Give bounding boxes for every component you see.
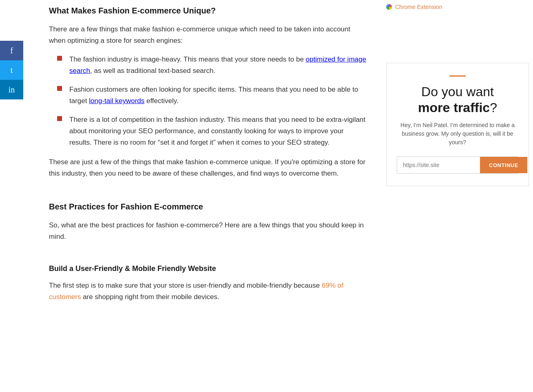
widget-form: CONTINUE — [397, 156, 518, 174]
image-search-link[interactable]: optimized for image search — [69, 55, 366, 75]
chrome-extension-link[interactable]: Chrome Extension — [386, 0, 529, 14]
continue-button[interactable]: CONTINUE — [480, 157, 527, 173]
section2-intro: So, what are the best practices for fash… — [49, 220, 367, 242]
linkedin-icon: in — [9, 83, 15, 96]
section-best-practices: Best Practices for Fashion E-commerce So… — [49, 196, 367, 242]
bullet-icon — [57, 116, 62, 121]
facebook-button[interactable]: f — [0, 41, 23, 60]
bullet-text-3: There is a lot of competition in the fas… — [69, 114, 367, 148]
widget-title: Do you want more traffic? — [397, 84, 518, 115]
section3-text-before: The first step is to make sure that your… — [49, 282, 322, 289]
bullet-text-1: The fashion industry is image-heavy. Thi… — [69, 54, 367, 77]
section1-title: What Makes Fashion E-commerce Unique? — [49, 4, 367, 17]
widget-title-bold: more traffic — [418, 100, 490, 115]
section3-intro: The first step is to make sure that your… — [49, 280, 367, 303]
twitter-icon: t — [11, 64, 13, 77]
list-item: Fashion customers are often looking for … — [57, 84, 367, 107]
section2-title: Best Practices for Fashion E-commerce — [49, 200, 367, 213]
section3-text-after: are shopping right from their mobile dev… — [81, 293, 219, 301]
chrome-extension-label: Chrome Extension — [395, 2, 442, 11]
linkedin-button[interactable]: in — [0, 80, 23, 99]
list-item: The fashion industry is image-heavy. Thi… — [57, 54, 367, 77]
bullet-icon — [57, 56, 62, 61]
bullet-text-2: Fashion customers are often looking for … — [69, 84, 367, 107]
twitter-button[interactable]: t — [0, 60, 23, 80]
chrome-icon — [386, 4, 392, 10]
bullet-icon — [57, 86, 62, 91]
long-tail-keywords-link[interactable]: long-tail keywords — [89, 97, 144, 105]
widget-description: Hey, I’m Neil Patel. I’m determined to m… — [397, 121, 518, 147]
widget-title-line1: Do you want — [421, 84, 494, 99]
section-unique: What Makes Fashion E-commerce Unique? Th… — [49, 0, 367, 180]
traffic-widget: Do you want more traffic? Hey, I’m Neil … — [386, 63, 529, 186]
facebook-icon: f — [10, 44, 13, 57]
social-sidebar: f t in — [0, 41, 23, 99]
section-mobile-friendly: Build a User-Friendly & Mobile Friendly … — [49, 259, 367, 303]
bullet-list: The fashion industry is image-heavy. Thi… — [57, 54, 367, 148]
article-content: What Makes Fashion E-commerce Unique? Th… — [41, 0, 375, 392]
section3-title: Build a User-Friendly & Mobile Friendly … — [49, 263, 367, 275]
widget-title-punct: ? — [490, 100, 497, 115]
list-item: There is a lot of competition in the fas… — [57, 114, 367, 148]
url-input[interactable] — [397, 157, 480, 173]
section1-intro: There are a few things that make fashion… — [49, 24, 367, 46]
right-sidebar: Chrome Extension Do you want more traffi… — [382, 0, 533, 186]
section1-outro: These are just a few of the things that … — [49, 156, 367, 179]
widget-accent-decoration — [449, 75, 466, 77]
